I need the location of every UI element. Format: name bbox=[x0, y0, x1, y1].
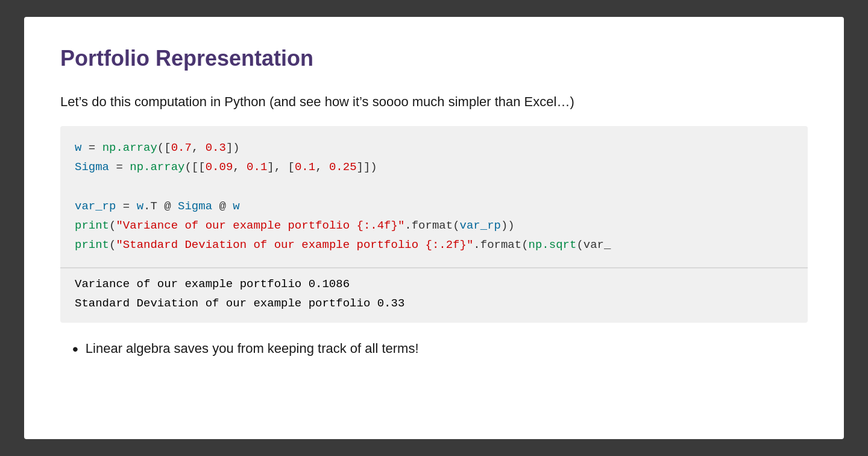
code-line-4: print("Variance of our example portfolio… bbox=[75, 216, 793, 235]
code-line-5: print("Standard Deviation of our example… bbox=[75, 235, 793, 255]
bullet-text: Linear algebra saves you from keeping tr… bbox=[86, 340, 419, 358]
output-block: Variance of our example portfolio 0.1086… bbox=[60, 267, 808, 323]
bullet-icon: • bbox=[72, 341, 78, 358]
output-line-1: Variance of our example portfolio 0.1086 bbox=[75, 274, 793, 294]
bullet-item-1: • Linear algebra saves you from keeping … bbox=[72, 340, 808, 358]
intro-text: Let’s do this computation in Python (and… bbox=[60, 93, 808, 112]
code-line-1: w = np.array([0.7, 0.3]) bbox=[75, 138, 793, 157]
slide-title: Portfolio Representation bbox=[60, 46, 808, 71]
bullet-list: • Linear algebra saves you from keeping … bbox=[60, 340, 808, 358]
output-line-2: Standard Deviation of our example portfo… bbox=[75, 294, 793, 313]
code-line-2: Sigma = np.array([[0.09, 0.1], [0.1, 0.2… bbox=[75, 157, 793, 177]
code-block-1: w = np.array([0.7, 0.3]) Sigma = np.arra… bbox=[60, 126, 808, 267]
slide-container: Portfolio Representation Let’s do this c… bbox=[24, 17, 844, 439]
code-line-3: var_rp = w.T @ Sigma @ w bbox=[75, 197, 793, 216]
